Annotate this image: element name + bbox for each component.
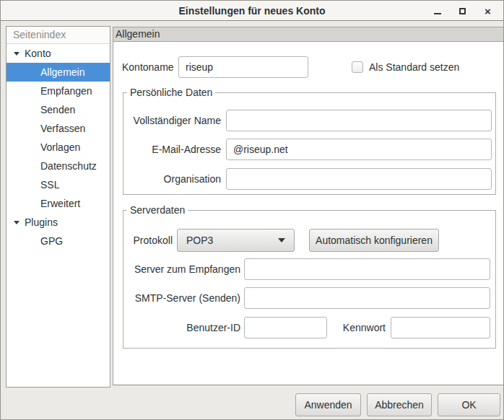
- page-index-tree: Konto Allgemein Empfangen Senden Verfass…: [6, 44, 110, 250]
- expander-down-icon[interactable]: [14, 52, 19, 56]
- dialog-button-bar: Anwenden Abbrechen OK: [1, 385, 503, 419]
- minimize-icon: [434, 13, 441, 14]
- close-button[interactable]: ×: [475, 1, 500, 21]
- sidebar-item-allgemein[interactable]: Allgemein: [6, 63, 110, 82]
- titlebar[interactable]: Einstellungen für neues Konto ×: [1, 1, 503, 21]
- server-data-title: Serverdaten: [127, 204, 188, 216]
- cancel-button[interactable]: Abbrechen: [367, 393, 432, 416]
- receive-server-label: Server zum Empfangen: [123, 258, 240, 280]
- default-checkbox[interactable]: [352, 61, 363, 73]
- user-id-input[interactable]: [244, 317, 327, 338]
- page-index-panel: Seitenindex Konto Allgemein Empfangen Se…: [6, 26, 110, 388]
- maximize-icon: [459, 8, 466, 14]
- fullname-label: Vollständiger Name: [123, 110, 221, 131]
- account-settings-dialog: Einstellungen für neues Konto × Seitenin…: [0, 0, 504, 420]
- set-default-option[interactable]: Als Standard setzen: [352, 56, 459, 78]
- kontoname-label: Kontoname: [122, 56, 174, 78]
- user-id-label: Benutzer-ID: [123, 317, 240, 338]
- apply-button[interactable]: Anwenden: [295, 393, 361, 416]
- sidebar-item-vorlagen[interactable]: Vorlagen: [6, 138, 110, 157]
- page-index-header: Seitenindex: [6, 27, 110, 44]
- sidebar-item-datenschutz[interactable]: Datenschutz: [6, 157, 110, 175]
- organisation-input[interactable]: [226, 168, 492, 190]
- sidebar-item-senden[interactable]: Senden: [6, 100, 110, 119]
- smtp-server-label: SMTP-Server (Senden): [123, 287, 240, 309]
- sidebar-item-plugins[interactable]: Plugins: [6, 213, 110, 232]
- kontoname-input[interactable]: [178, 56, 308, 78]
- password-input[interactable]: [391, 317, 490, 338]
- window-controls: ×: [425, 1, 500, 21]
- sidebar-item-ssl[interactable]: SSL: [6, 175, 110, 194]
- sidebar-item-verfassen[interactable]: Verfassen: [6, 119, 110, 138]
- expander-down-icon[interactable]: [14, 221, 19, 224]
- email-input[interactable]: [226, 139, 492, 160]
- sidebar-item-konto[interactable]: Konto: [6, 44, 110, 63]
- organisation-label: Organisation: [123, 168, 221, 190]
- smtp-server-input[interactable]: [244, 287, 490, 309]
- server-data-group: Serverdaten Protokoll POP3 Automatisch k…: [123, 210, 496, 349]
- maximize-button[interactable]: [450, 1, 475, 21]
- close-icon: ×: [485, 6, 491, 17]
- sidebar-item-erweitert[interactable]: Erweitert: [6, 194, 110, 213]
- auto-configure-button[interactable]: Automatisch konfigurieren: [309, 229, 439, 252]
- section-header: Allgemein: [113, 27, 503, 42]
- email-label: E-Mail-Adresse: [123, 139, 221, 160]
- minimize-button[interactable]: [425, 1, 450, 21]
- chevron-down-icon: [278, 238, 285, 242]
- main-panel: Allgemein Kontoname Als Standard setzen …: [113, 27, 503, 385]
- ok-button[interactable]: OK: [438, 393, 500, 416]
- protocol-label: Protokoll: [127, 229, 173, 252]
- password-label: Kennwort: [329, 317, 386, 338]
- default-checkbox-label: Als Standard setzen: [369, 61, 459, 73]
- personal-data-title: Persönliche Daten: [127, 87, 215, 99]
- fullname-input[interactable]: [226, 110, 492, 131]
- receive-server-input[interactable]: [244, 258, 490, 280]
- sidebar-item-gpg[interactable]: GPG: [6, 232, 110, 250]
- protocol-dropdown[interactable]: POP3: [177, 229, 295, 252]
- sidebar-item-empfangen[interactable]: Empfangen: [6, 82, 110, 100]
- protocol-dropdown-value: POP3: [186, 235, 213, 246]
- personal-data-group: Persönliche Daten Vollständiger Name E-M…: [123, 92, 496, 195]
